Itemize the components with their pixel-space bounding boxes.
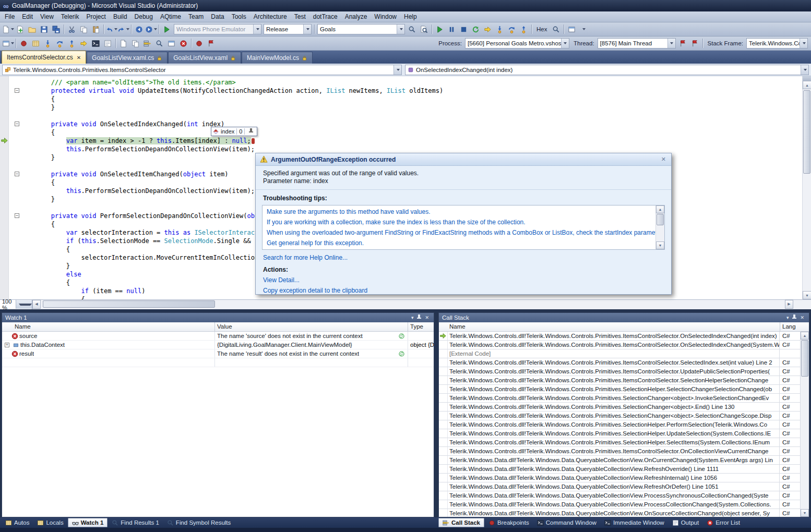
window-button[interactable] <box>165 38 177 49</box>
bp-button[interactable] <box>18 38 30 49</box>
search-help-online-link[interactable]: Search for more Help Online... <box>263 254 348 261</box>
fold-collapse-box[interactable]: − <box>15 122 19 126</box>
code-line[interactable]: { <box>21 128 802 137</box>
stepinto-button[interactable] <box>42 38 54 49</box>
page-button[interactable] <box>117 38 129 49</box>
tab-mainviewmodel-cs[interactable]: MainViewModel.cs <box>242 52 313 64</box>
cut-button[interactable] <box>66 23 78 35</box>
scroll-down-button[interactable]: ▼ <box>801 509 809 517</box>
view-detail-link[interactable]: View Detail... <box>263 276 300 284</box>
callstack-row[interactable]: Telerik.Windows.Controls.dll!Telerik.Win… <box>439 412 800 420</box>
callstack-scrollbar[interactable]: ▲ ▼ <box>800 332 809 517</box>
stackframe-combo[interactable]: Telerik.Windows.Controls.dll!Telerik <box>746 38 808 49</box>
menu-item-project[interactable]: Project <box>83 12 110 21</box>
tab-goalslistview-xaml-cs[interactable]: GoalsListView.xaml.cs <box>87 52 168 64</box>
troubleshooting-tip-link[interactable]: Make sure the arguments to this method h… <box>263 207 655 217</box>
copy-button[interactable] <box>78 23 90 35</box>
menu-item-telerik[interactable]: Telerik <box>57 12 83 21</box>
member-dropdown[interactable]: OnSelectedIndexChanged(int index) <box>405 65 809 75</box>
flag-button[interactable] <box>689 38 701 49</box>
menu-item-help[interactable]: Help <box>400 12 421 21</box>
pin-icon[interactable] <box>416 315 422 321</box>
console-button[interactable] <box>90 38 102 49</box>
scroll-thumb[interactable] <box>657 214 664 225</box>
navback-button[interactable] <box>133 23 145 35</box>
scroll-thumb[interactable] <box>801 340 808 377</box>
callstack-row[interactable]: Telerik.Windows.Controls.dll!Telerik.Win… <box>439 447 800 456</box>
pause-button[interactable] <box>446 23 458 35</box>
tips-scrollbar[interactable]: ▲ ▼ <box>655 205 664 249</box>
restart-button[interactable] <box>470 23 482 35</box>
breakpoint-margin[interactable] <box>0 76 9 299</box>
code-line[interactable]: { <box>21 95 802 103</box>
code-line[interactable]: private void OnSelectedIndexChanged(int … <box>21 120 802 128</box>
fold-collapse-box[interactable]: − <box>15 172 19 176</box>
watch-row[interactable]: resultThe name 'result' does not exist i… <box>2 349 434 358</box>
stepout-button[interactable] <box>518 23 530 35</box>
menu-item-analyze[interactable]: Analyze <box>341 12 371 21</box>
panel-tab-output[interactable]: Output <box>669 518 703 527</box>
navfwd-button[interactable] <box>145 23 157 35</box>
splitter-handle[interactable] <box>803 76 811 81</box>
menu-item-architecture[interactable]: Architecture <box>250 12 291 21</box>
dropdown-button[interactable] <box>393 65 401 75</box>
callstack-row[interactable]: Telerik.Windows.Data.dll!Telerik.Windows… <box>439 474 800 482</box>
magnifier-button[interactable] <box>406 23 418 35</box>
panel-tab-error-list[interactable]: Error List <box>703 518 744 527</box>
panel-tab-find-results-1[interactable]: Find Results 1 <box>108 518 163 527</box>
hex-button[interactable]: Hex <box>533 23 550 35</box>
scroll-left-button[interactable]: ◀ <box>32 300 41 309</box>
callstack-row[interactable]: Telerik.Windows.Controls.dll!Telerik.Win… <box>439 429 800 438</box>
callstack-row[interactable]: Telerik.Windows.Data.dll!Telerik.Windows… <box>439 500 800 509</box>
code-line[interactable]: this.PerformSelectionDepandOnCollectionV… <box>21 145 802 153</box>
panel-tab-command-window[interactable]: Command Window <box>533 518 600 527</box>
menu-item-data[interactable]: Data <box>207 12 228 21</box>
window-position-icon[interactable]: ▾ <box>785 315 791 320</box>
scroll-thumb[interactable] <box>803 90 810 174</box>
grid-button[interactable] <box>30 38 42 49</box>
callstack-row[interactable]: Telerik.Windows.Controls.dll!Telerik.Win… <box>439 403 800 412</box>
callstack-row[interactable]: [External Code] <box>439 349 800 358</box>
pin-icon[interactable] <box>792 315 797 321</box>
stop-button[interactable] <box>458 23 470 35</box>
menu-item-aqtime[interactable]: AQtime <box>157 12 185 21</box>
callstack-row[interactable]: Telerik.Windows.Controls.dll!Telerik.Win… <box>439 438 800 447</box>
menu-item-tools[interactable]: Tools <box>228 12 250 21</box>
shownext-button[interactable] <box>482 23 494 35</box>
dropdown-button[interactable] <box>303 25 311 34</box>
flag-button[interactable] <box>205 38 217 49</box>
expander-icon[interactable]: + <box>5 343 9 347</box>
callstack-row[interactable]: Telerik.Windows.Controls.dll!Telerik.Win… <box>439 367 800 376</box>
save-button[interactable] <box>38 23 50 35</box>
fold-collapse-box[interactable]: − <box>15 88 19 93</box>
troubleshooting-tip-link[interactable]: If you are working with a collection, ma… <box>263 217 655 227</box>
menu-item-dottrace[interactable]: dotTrace <box>309 12 341 21</box>
scroll-down-button[interactable]: ▼ <box>656 241 664 249</box>
menu-item-window[interactable]: Window <box>371 12 400 21</box>
paste-button[interactable] <box>90 23 102 35</box>
dropdown-button[interactable] <box>667 39 675 48</box>
play-button[interactable] <box>161 23 173 35</box>
pin-icon[interactable] <box>248 128 254 135</box>
troubleshooting-tip-link[interactable]: When using the overloaded two-argument F… <box>263 227 655 238</box>
debugger-datatip[interactable]: index 0 <box>211 127 257 136</box>
scroll-up-button[interactable]: ▲ <box>656 205 664 213</box>
close-icon[interactable]: ✕ <box>660 156 667 163</box>
callstack-row[interactable]: Telerik.Windows.Controls.dll!Telerik.Win… <box>439 420 800 429</box>
tab-itemscontrolselector-cs[interactable]: ItemsControlSelector.cs✕ <box>2 51 86 64</box>
menu-item-build[interactable]: Build <box>110 12 131 21</box>
callstack-row[interactable]: Telerik.Windows.Controls.dll!Telerik.Win… <box>439 358 800 367</box>
editor-vertical-scrollbar[interactable]: ▲ ▼ <box>802 76 811 299</box>
dropdown-button[interactable] <box>253 25 261 34</box>
code-line[interactable]: /// <param name="oldItems">The old items… <box>21 78 802 87</box>
find-combo[interactable]: Goals <box>317 24 405 34</box>
magnifier-button[interactable] <box>153 38 165 49</box>
magnifier-button[interactable] <box>550 23 562 35</box>
code-line[interactable]: { <box>21 295 802 299</box>
window-position-icon[interactable]: ▾ <box>410 315 415 320</box>
callstack-row[interactable]: Telerik.Windows.Data.dll!Telerik.Windows… <box>439 465 800 474</box>
callstack-row[interactable]: Telerik.Windows.Data.dll!Telerik.Windows… <box>439 491 800 500</box>
errl-button[interactable] <box>177 38 189 49</box>
flag-button[interactable] <box>677 38 689 49</box>
process-combo[interactable]: [5660] Personal Goals Metro.vshos <box>465 38 569 49</box>
